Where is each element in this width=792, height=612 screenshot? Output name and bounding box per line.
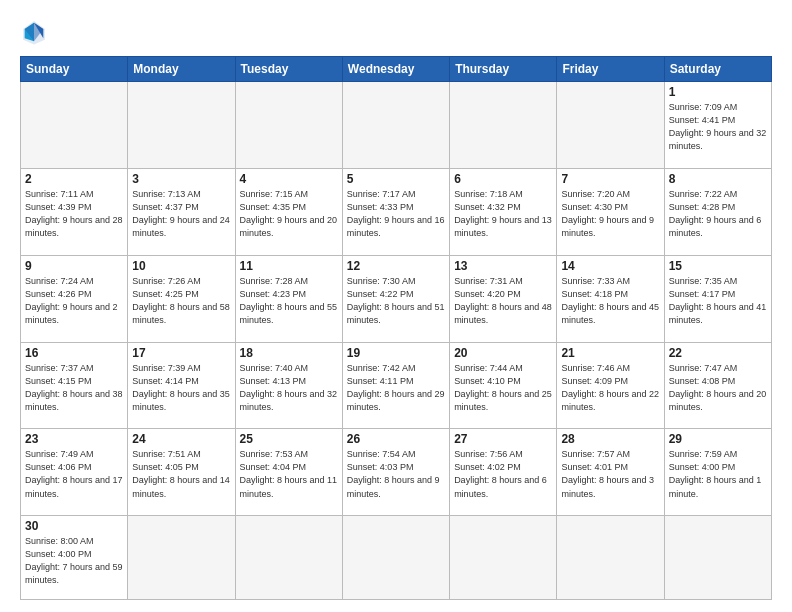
calendar-cell: 29Sunrise: 7:59 AM Sunset: 4:00 PM Dayli… (664, 429, 771, 516)
day-info: Sunrise: 7:57 AM Sunset: 4:01 PM Dayligh… (561, 449, 654, 498)
calendar-cell: 8Sunrise: 7:22 AM Sunset: 4:28 PM Daylig… (664, 168, 771, 255)
day-number: 5 (347, 172, 445, 186)
calendar-cell: 1Sunrise: 7:09 AM Sunset: 4:41 PM Daylig… (664, 82, 771, 169)
calendar-cell: 5Sunrise: 7:17 AM Sunset: 4:33 PM Daylig… (342, 168, 449, 255)
day-number: 26 (347, 432, 445, 446)
calendar-cell (128, 82, 235, 169)
day-info: Sunrise: 7:35 AM Sunset: 4:17 PM Dayligh… (669, 276, 767, 325)
calendar-week-row: 9Sunrise: 7:24 AM Sunset: 4:26 PM Daylig… (21, 255, 772, 342)
calendar-cell: 19Sunrise: 7:42 AM Sunset: 4:11 PM Dayli… (342, 342, 449, 429)
logo (20, 18, 52, 46)
day-number: 28 (561, 432, 659, 446)
calendar-week-row: 16Sunrise: 7:37 AM Sunset: 4:15 PM Dayli… (21, 342, 772, 429)
calendar-cell: 9Sunrise: 7:24 AM Sunset: 4:26 PM Daylig… (21, 255, 128, 342)
calendar-cell: 21Sunrise: 7:46 AM Sunset: 4:09 PM Dayli… (557, 342, 664, 429)
day-info: Sunrise: 7:54 AM Sunset: 4:03 PM Dayligh… (347, 449, 440, 498)
day-number: 4 (240, 172, 338, 186)
calendar-cell: 27Sunrise: 7:56 AM Sunset: 4:02 PM Dayli… (450, 429, 557, 516)
calendar-cell: 2Sunrise: 7:11 AM Sunset: 4:39 PM Daylig… (21, 168, 128, 255)
day-info: Sunrise: 7:22 AM Sunset: 4:28 PM Dayligh… (669, 189, 762, 238)
day-info: Sunrise: 7:09 AM Sunset: 4:41 PM Dayligh… (669, 102, 767, 151)
logo-icon (20, 18, 48, 46)
day-info: Sunrise: 7:17 AM Sunset: 4:33 PM Dayligh… (347, 189, 445, 238)
day-info: Sunrise: 7:51 AM Sunset: 4:05 PM Dayligh… (132, 449, 230, 498)
calendar-cell: 28Sunrise: 7:57 AM Sunset: 4:01 PM Dayli… (557, 429, 664, 516)
calendar-header-saturday: Saturday (664, 57, 771, 82)
day-number: 29 (669, 432, 767, 446)
day-info: Sunrise: 8:00 AM Sunset: 4:00 PM Dayligh… (25, 536, 123, 585)
calendar-cell: 20Sunrise: 7:44 AM Sunset: 4:10 PM Dayli… (450, 342, 557, 429)
day-info: Sunrise: 7:39 AM Sunset: 4:14 PM Dayligh… (132, 363, 230, 412)
calendar-cell (450, 82, 557, 169)
day-info: Sunrise: 7:20 AM Sunset: 4:30 PM Dayligh… (561, 189, 654, 238)
day-number: 19 (347, 346, 445, 360)
calendar-cell: 6Sunrise: 7:18 AM Sunset: 4:32 PM Daylig… (450, 168, 557, 255)
day-number: 14 (561, 259, 659, 273)
calendar-cell: 15Sunrise: 7:35 AM Sunset: 4:17 PM Dayli… (664, 255, 771, 342)
calendar-header-row: SundayMondayTuesdayWednesdayThursdayFrid… (21, 57, 772, 82)
calendar-cell: 12Sunrise: 7:30 AM Sunset: 4:22 PM Dayli… (342, 255, 449, 342)
calendar-cell: 23Sunrise: 7:49 AM Sunset: 4:06 PM Dayli… (21, 429, 128, 516)
calendar-cell: 17Sunrise: 7:39 AM Sunset: 4:14 PM Dayli… (128, 342, 235, 429)
day-number: 10 (132, 259, 230, 273)
day-info: Sunrise: 7:44 AM Sunset: 4:10 PM Dayligh… (454, 363, 552, 412)
day-info: Sunrise: 7:56 AM Sunset: 4:02 PM Dayligh… (454, 449, 547, 498)
calendar-cell (664, 516, 771, 600)
day-number: 13 (454, 259, 552, 273)
calendar-cell (21, 82, 128, 169)
calendar-cell (235, 516, 342, 600)
calendar-cell: 10Sunrise: 7:26 AM Sunset: 4:25 PM Dayli… (128, 255, 235, 342)
calendar-cell: 11Sunrise: 7:28 AM Sunset: 4:23 PM Dayli… (235, 255, 342, 342)
day-number: 16 (25, 346, 123, 360)
day-number: 15 (669, 259, 767, 273)
day-info: Sunrise: 7:15 AM Sunset: 4:35 PM Dayligh… (240, 189, 338, 238)
day-info: Sunrise: 7:40 AM Sunset: 4:13 PM Dayligh… (240, 363, 338, 412)
calendar-cell (128, 516, 235, 600)
calendar-cell (557, 516, 664, 600)
day-number: 12 (347, 259, 445, 273)
day-number: 25 (240, 432, 338, 446)
calendar-week-row: 23Sunrise: 7:49 AM Sunset: 4:06 PM Dayli… (21, 429, 772, 516)
calendar-week-row: 2Sunrise: 7:11 AM Sunset: 4:39 PM Daylig… (21, 168, 772, 255)
day-number: 11 (240, 259, 338, 273)
day-number: 3 (132, 172, 230, 186)
calendar-cell: 25Sunrise: 7:53 AM Sunset: 4:04 PM Dayli… (235, 429, 342, 516)
day-number: 6 (454, 172, 552, 186)
day-info: Sunrise: 7:18 AM Sunset: 4:32 PM Dayligh… (454, 189, 552, 238)
day-info: Sunrise: 7:53 AM Sunset: 4:04 PM Dayligh… (240, 449, 338, 498)
calendar-table: SundayMondayTuesdayWednesdayThursdayFrid… (20, 56, 772, 600)
day-number: 24 (132, 432, 230, 446)
day-number: 20 (454, 346, 552, 360)
day-number: 9 (25, 259, 123, 273)
day-info: Sunrise: 7:37 AM Sunset: 4:15 PM Dayligh… (25, 363, 123, 412)
day-info: Sunrise: 7:13 AM Sunset: 4:37 PM Dayligh… (132, 189, 230, 238)
calendar-cell (342, 82, 449, 169)
calendar-cell: 4Sunrise: 7:15 AM Sunset: 4:35 PM Daylig… (235, 168, 342, 255)
day-number: 18 (240, 346, 338, 360)
calendar-cell (557, 82, 664, 169)
calendar-header-thursday: Thursday (450, 57, 557, 82)
day-number: 1 (669, 85, 767, 99)
day-info: Sunrise: 7:42 AM Sunset: 4:11 PM Dayligh… (347, 363, 445, 412)
day-number: 30 (25, 519, 123, 533)
calendar-cell: 18Sunrise: 7:40 AM Sunset: 4:13 PM Dayli… (235, 342, 342, 429)
day-info: Sunrise: 7:26 AM Sunset: 4:25 PM Dayligh… (132, 276, 230, 325)
calendar-header-tuesday: Tuesday (235, 57, 342, 82)
calendar-cell: 26Sunrise: 7:54 AM Sunset: 4:03 PM Dayli… (342, 429, 449, 516)
day-info: Sunrise: 7:59 AM Sunset: 4:00 PM Dayligh… (669, 449, 762, 498)
calendar-cell (235, 82, 342, 169)
calendar-cell: 30Sunrise: 8:00 AM Sunset: 4:00 PM Dayli… (21, 516, 128, 600)
calendar-cell (450, 516, 557, 600)
calendar-week-row: 1Sunrise: 7:09 AM Sunset: 4:41 PM Daylig… (21, 82, 772, 169)
day-info: Sunrise: 7:46 AM Sunset: 4:09 PM Dayligh… (561, 363, 659, 412)
calendar-cell: 22Sunrise: 7:47 AM Sunset: 4:08 PM Dayli… (664, 342, 771, 429)
calendar-cell: 24Sunrise: 7:51 AM Sunset: 4:05 PM Dayli… (128, 429, 235, 516)
day-info: Sunrise: 7:28 AM Sunset: 4:23 PM Dayligh… (240, 276, 338, 325)
calendar-header-monday: Monday (128, 57, 235, 82)
calendar-cell: 13Sunrise: 7:31 AM Sunset: 4:20 PM Dayli… (450, 255, 557, 342)
day-info: Sunrise: 7:24 AM Sunset: 4:26 PM Dayligh… (25, 276, 118, 325)
day-info: Sunrise: 7:30 AM Sunset: 4:22 PM Dayligh… (347, 276, 445, 325)
day-info: Sunrise: 7:49 AM Sunset: 4:06 PM Dayligh… (25, 449, 123, 498)
calendar-header-wednesday: Wednesday (342, 57, 449, 82)
calendar-cell (342, 516, 449, 600)
